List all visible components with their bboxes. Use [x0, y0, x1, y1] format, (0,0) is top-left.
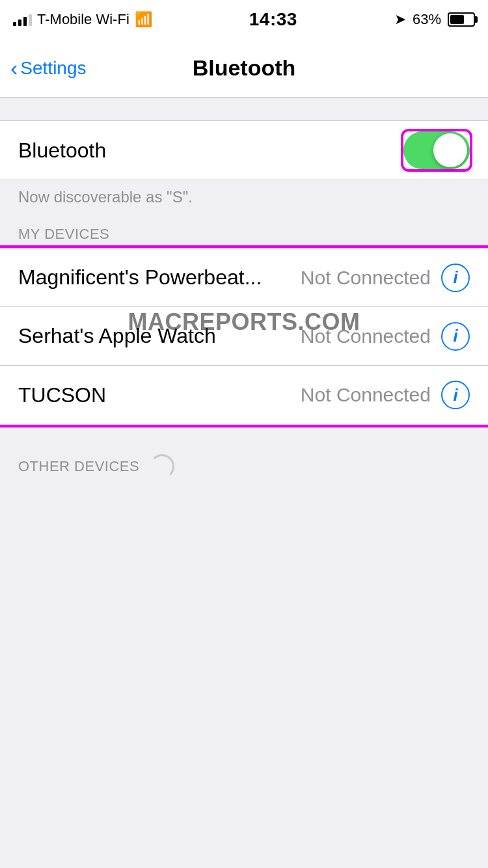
- page-title: Bluetooth: [193, 55, 296, 81]
- info-icon-2: i: [453, 326, 457, 346]
- battery-fill: [450, 15, 464, 24]
- other-devices-section: OTHER DEVICES: [0, 448, 488, 484]
- signal-bar-4: [29, 14, 32, 26]
- status-bar: T-Mobile Wi-Fi 📶 14:33 ➤ 63%: [0, 0, 488, 39]
- device-name-2: Serhat's Apple Watch: [18, 324, 216, 348]
- battery-percentage: 63%: [413, 11, 441, 28]
- status-right: ➤ 63%: [394, 11, 475, 28]
- bluetooth-label: Bluetooth: [18, 139, 106, 163]
- back-chevron-icon: ‹: [10, 57, 18, 79]
- device-row[interactable]: Magnificent's Powerbeat... Not Connected…: [0, 249, 488, 307]
- device-info-button-3[interactable]: i: [441, 381, 470, 409]
- my-devices-header: MY DEVICES macReports.com: [0, 219, 488, 248]
- device-right-1: Not Connected i: [301, 264, 470, 292]
- my-devices-section: MY DEVICES macReports.com Magnificent's …: [0, 219, 488, 425]
- status-left: T-Mobile Wi-Fi 📶: [13, 11, 152, 28]
- signal-bars: [13, 13, 32, 26]
- loading-spinner: [150, 454, 174, 479]
- device-info-button-1[interactable]: i: [441, 264, 470, 292]
- info-icon-3: i: [453, 385, 457, 405]
- status-time: 14:33: [249, 9, 297, 30]
- other-devices-header: OTHER DEVICES: [18, 458, 139, 475]
- content: Bluetooth Now discoverable as "S". MY DE…: [0, 98, 488, 868]
- wifi-icon: 📶: [135, 11, 152, 28]
- device-status-2: Not Connected: [301, 325, 431, 347]
- signal-bar-1: [13, 22, 16, 26]
- back-label: Settings: [20, 58, 86, 79]
- device-status-3: Not Connected: [301, 384, 431, 406]
- device-name-3: TUCSON: [18, 383, 106, 407]
- device-status-1: Not Connected: [301, 267, 431, 289]
- bluetooth-toggle-wrapper: [403, 131, 470, 169]
- battery-container: [448, 12, 475, 27]
- top-gap: [0, 98, 488, 120]
- device-right-2: Not Connected i: [301, 322, 470, 351]
- remaining-content: [0, 484, 488, 868]
- device-row-3[interactable]: TUCSON Not Connected i: [0, 366, 488, 424]
- carrier-label: T-Mobile Wi-Fi: [37, 11, 129, 28]
- device-row-2[interactable]: Serhat's Apple Watch Not Connected i: [0, 307, 488, 366]
- device-info-button-2[interactable]: i: [441, 322, 470, 351]
- location-icon: ➤: [394, 11, 406, 28]
- bluetooth-section: Bluetooth: [0, 120, 488, 180]
- discoverable-text: Now discoverable as "S".: [0, 180, 488, 219]
- signal-bar-3: [23, 17, 27, 26]
- toggle-knob: [433, 133, 467, 167]
- bluetooth-row: Bluetooth: [0, 121, 488, 180]
- signal-bar-2: [18, 20, 21, 26]
- info-icon-1: i: [453, 267, 457, 288]
- back-button[interactable]: ‹ Settings: [10, 58, 87, 79]
- device-name-1: Magnificent's Powerbeat...: [18, 265, 262, 290]
- device-right-3: Not Connected i: [301, 381, 470, 409]
- bluetooth-toggle[interactable]: [403, 131, 470, 169]
- battery-icon: [448, 12, 475, 27]
- nav-bar: ‹ Settings Bluetooth: [0, 39, 488, 98]
- section-gap-2: [0, 425, 488, 448]
- device-list: Magnificent's Powerbeat... Not Connected…: [0, 248, 488, 425]
